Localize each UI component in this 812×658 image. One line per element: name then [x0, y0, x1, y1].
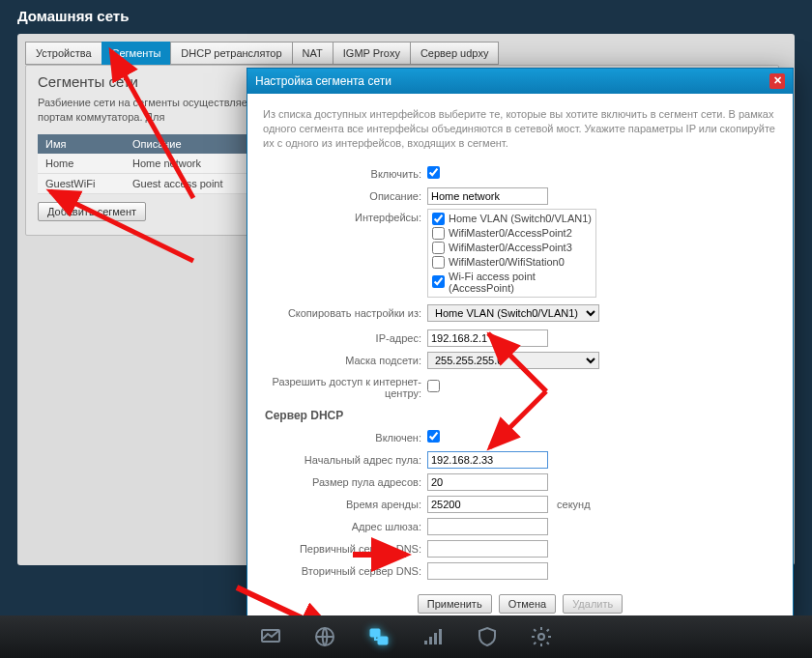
lbl-description: Описание:	[263, 190, 427, 202]
iface-label: Home VLAN (Switch0/VLAN1)	[449, 213, 592, 224]
delete-button[interactable]: Удалить	[563, 594, 623, 614]
monitor-icon[interactable]	[257, 623, 284, 650]
dhcp-header: Сервер DHCP	[265, 409, 777, 422]
iface-label: WifiMaster0/AccessPoint3	[449, 242, 572, 253]
svg-rect-9	[378, 637, 388, 644]
iface-label: WifiMaster0/AccessPoint2	[449, 227, 572, 239]
tab-igmp[interactable]: IGMP Proxy	[333, 42, 411, 65]
lbl-pool-start: Начальный адрес пула:	[263, 454, 427, 466]
tab-udpxy[interactable]: Сервер udpxy	[410, 42, 500, 65]
network-icon[interactable]	[365, 623, 392, 650]
lbl-dns2: Вторичный сервер DNS:	[263, 565, 427, 577]
lease-unit: секунд	[557, 499, 591, 510]
lbl-copy-from: Скопировать настройки из:	[263, 307, 427, 319]
svg-rect-11	[429, 637, 432, 644]
shield-icon[interactable]	[474, 623, 501, 650]
ip-input[interactable]	[427, 329, 548, 347]
col-name: Имя	[38, 134, 125, 154]
gear-icon[interactable]	[528, 623, 555, 650]
dhcp-enable-checkbox[interactable]	[427, 430, 440, 443]
lbl-allow-web: Разрешить доступ к интернет-центру:	[263, 376, 427, 399]
dialog-header: Настройка сегмента сети ✕	[247, 69, 793, 94]
add-segment-button[interactable]: Добавить сегмент	[38, 202, 146, 221]
iface-label: WifiMaster0/WifiStation0	[449, 256, 565, 268]
lbl-gateway: Адрес шлюза:	[263, 521, 427, 532]
lbl-mask: Маска подсети:	[263, 355, 427, 366]
wifi-bars-icon[interactable]	[420, 623, 447, 650]
iface-check[interactable]	[432, 213, 445, 225]
segment-dialog: Настройка сегмента сети ✕ Из списка дост…	[246, 68, 794, 628]
cancel-button[interactable]: Отмена	[499, 594, 556, 614]
svg-rect-13	[439, 629, 442, 644]
lbl-pool-size: Размер пула адресов:	[263, 476, 427, 488]
seg-name: Home	[38, 154, 125, 174]
svg-rect-10	[424, 641, 427, 644]
tab-segments[interactable]: Сегменты	[102, 42, 172, 65]
dialog-intro: Из списка доступных интерфейсов выберите…	[263, 107, 777, 151]
pool-size-input[interactable]	[427, 473, 548, 491]
lbl-interfaces: Интерфейсы:	[263, 209, 427, 223]
description-input[interactable]	[427, 187, 548, 205]
svg-rect-8	[370, 629, 380, 637]
iface-item[interactable]: WifiMaster0/AccessPoint3	[432, 241, 592, 255]
lbl-enable: Включить:	[263, 168, 427, 180]
apply-button[interactable]: Применить	[418, 594, 492, 614]
close-icon[interactable]: ✕	[769, 73, 785, 89]
tab-devices[interactable]: Устройства	[25, 42, 102, 65]
tab-nat[interactable]: NAT	[292, 42, 334, 65]
iface-check[interactable]	[432, 275, 445, 288]
iface-item[interactable]: WifiMaster0/WifiStation0	[432, 255, 592, 270]
iface-check[interactable]	[432, 256, 445, 269]
dialog-title: Настройка сегмента сети	[255, 74, 392, 88]
gateway-input[interactable]	[427, 518, 548, 535]
lease-input[interactable]	[427, 496, 548, 513]
iface-item[interactable]: WifiMaster0/AccessPoint2	[432, 226, 592, 241]
lbl-dhcp-enable: Включен:	[263, 432, 427, 443]
iface-item[interactable]: Home VLAN (Switch0/VLAN1)	[432, 212, 592, 226]
tabs: Устройства Сегменты DHCP ретранслятор NA…	[17, 34, 795, 65]
iface-item[interactable]: Wi-Fi access point (AccessPoint)	[432, 270, 592, 295]
mask-select[interactable]: 255.255.255.0	[427, 352, 599, 369]
dns1-input[interactable]	[427, 540, 548, 558]
iface-check[interactable]	[432, 227, 445, 240]
dns2-input[interactable]	[427, 562, 548, 580]
lbl-ip: IP-адрес:	[263, 332, 427, 344]
lbl-dns1: Первичный сервер DNS:	[263, 543, 427, 555]
iface-check[interactable]	[432, 242, 445, 254]
interfaces-list: Home VLAN (Switch0/VLAN1) WifiMaster0/Ac…	[427, 209, 596, 298]
page-title: Домашняя сеть	[0, 0, 812, 34]
svg-point-14	[538, 634, 544, 640]
bottom-nav	[0, 615, 812, 658]
globe-icon[interactable]	[311, 623, 338, 650]
svg-rect-12	[434, 633, 437, 644]
seg-name: GuestWiFi	[38, 173, 125, 193]
tab-dhcp-relay[interactable]: DHCP ретранслятор	[170, 42, 292, 65]
copy-from-select[interactable]: Home VLAN (Switch0/VLAN1)	[427, 304, 599, 322]
enable-checkbox[interactable]	[427, 166, 440, 179]
iface-label: Wi-Fi access point (AccessPoint)	[449, 271, 592, 294]
allow-web-checkbox[interactable]	[427, 380, 440, 392]
pool-start-input[interactable]	[427, 451, 548, 469]
lbl-lease: Время аренды:	[263, 499, 427, 510]
